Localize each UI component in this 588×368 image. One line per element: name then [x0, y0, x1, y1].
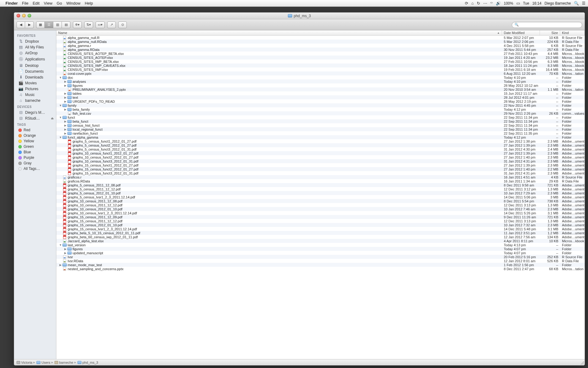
- sidebar-item[interactable]: Yellow: [14, 138, 56, 144]
- menu-file[interactable]: File: [22, 1, 28, 6]
- file-row[interactable]: CENSUS_SITES_IWP.xlsx19 Feb 2011 6:18 am…: [56, 67, 585, 71]
- disclosure-triangle-icon[interactable]: ▼: [59, 243, 62, 247]
- file-row[interactable]: graphs_5_census_2012_01_10.pdf10 Jan 201…: [56, 191, 585, 195]
- shield-icon[interactable]: ⌂: [471, 1, 474, 6]
- clock-time[interactable]: 16:14: [532, 1, 541, 6]
- sidebar-item[interactable]: ▤All My Files: [14, 44, 56, 50]
- disclosure-triangle-icon[interactable]: ▶: [59, 263, 62, 266]
- file-row[interactable]: graphs_5_census_lvsr1_2_3_2011.12.14.pdf…: [56, 195, 585, 199]
- disclosure-triangle-icon[interactable]: ▼: [59, 104, 62, 107]
- file-row[interactable]: ▼funct22 Sep 2011 11:34 pm--Folder: [56, 115, 585, 119]
- sidebar-item[interactable]: ♫Music: [14, 92, 56, 98]
- file-list-body[interactable]: alpha_gamma_null.R5 Mar 2012 2:07 pm10 K…: [56, 36, 585, 359]
- disclosure-triangle-icon[interactable]: ▶: [64, 92, 67, 95]
- disclosure-triangle-icon[interactable]: ▶: [64, 132, 67, 135]
- timemachine-icon[interactable]: ↻: [477, 1, 480, 6]
- file-row[interactable]: graphs_10_census_funct3_2012_01_31.pdf31…: [56, 159, 585, 163]
- file-row[interactable]: graphs_15_census_lvsr1_2_3_2011.12.14.pd…: [56, 227, 585, 231]
- sidebar-item[interactable]: ⊟Diego's M…: [14, 109, 56, 115]
- menu-edit[interactable]: Edit: [33, 1, 40, 6]
- menu-window[interactable]: Window: [66, 1, 80, 6]
- path-segment[interactable]: barneche: [55, 361, 73, 364]
- path-segment[interactable]: Users: [36, 361, 50, 364]
- wifi-icon[interactable]: ⌔: [490, 1, 493, 6]
- sidebar-item[interactable]: ⬇Downloads: [14, 74, 56, 80]
- window-titlebar[interactable]: phd_ms_3: [14, 13, 585, 19]
- dropbox-menu-button[interactable]: ⇅▾: [84, 21, 93, 28]
- sidebar-item[interactable]: Purple: [14, 155, 56, 160]
- sync-icon[interactable]: ⟳: [465, 1, 468, 6]
- disclosure-triangle-icon[interactable]: ▶: [64, 108, 67, 111]
- file-row[interactable]: graphs_15_census_funct2_2012_01_27.pdf27…: [56, 167, 585, 171]
- tags-button[interactable]: ⊙: [118, 21, 127, 28]
- file-row[interactable]: graphs_15_census_2011_12_12.pdf12 Dec 20…: [56, 219, 585, 223]
- sidebar-item[interactable]: Green: [14, 144, 56, 149]
- file-row[interactable]: CENSUS_SITES_IWP_BETA.xlsx27 Feb 2011 10…: [56, 59, 585, 63]
- file-row[interactable]: ▶analysesToday 4:10 pm--Folder: [56, 79, 585, 83]
- path-segment[interactable]: Victoria: [17, 361, 32, 364]
- file-row[interactable]: ▶local_regional_funct22 Sep 2011 11:34 p…: [56, 127, 585, 131]
- path-segment[interactable]: phd_ms_3: [77, 361, 98, 364]
- file-row[interactable]: ▶mean_mode_max_test1 Feb 2012 1:56 pm--F…: [56, 263, 585, 267]
- action-menu-button[interactable]: ✲▾: [73, 21, 82, 28]
- menu-help[interactable]: Help: [85, 1, 93, 6]
- disclosure-triangle-icon[interactable]: ▶: [64, 120, 67, 123]
- resize-handle[interactable]: [580, 361, 584, 365]
- file-row[interactable]: ▼funct_alpha_gammaToday 4:12 pm--Folder: [56, 135, 585, 139]
- sidebar-item[interactable]: ⒶApplications: [14, 56, 56, 63]
- view-columns-button[interactable]: ▥: [53, 21, 62, 28]
- disclosure-triangle-icon[interactable]: ▶: [64, 124, 67, 127]
- menu-go[interactable]: Go: [57, 1, 62, 6]
- arrange-menu-button[interactable]: ▭▾: [96, 21, 105, 28]
- bluetooth-icon[interactable]: ⋯: [483, 1, 487, 6]
- file-row[interactable]: ▶tables15 Jun 2012 11:17 am--Folder: [56, 91, 585, 95]
- sidebar-item[interactable]: 🎬Movies: [14, 80, 56, 86]
- sidebar-item[interactable]: Red: [14, 127, 56, 133]
- file-row[interactable]: graphs_15_census_2012_01_10.pdf10 Jan 20…: [56, 223, 585, 227]
- sidebar-item[interactable]: ⇅Dropbox: [14, 38, 56, 44]
- file-row[interactable]: nested_sampling_and_concerns.pptx8 Dec 2…: [56, 267, 585, 271]
- file-row[interactable]: CENSUS_SITES_AOTEP_BETA.xlsx27 Feb 2011 …: [56, 52, 585, 56]
- sidebar-item[interactable]: ⊟RStudi…⏏: [14, 115, 56, 121]
- volume-icon[interactable]: 🔊: [496, 1, 501, 6]
- file-row[interactable]: lvsr20 Feb 2012 5:16 pm252 KBR Source Fi…: [56, 255, 585, 259]
- file-row[interactable]: alpha_gamma_null.RData5 Mar 2012 2:06 pm…: [56, 40, 585, 44]
- file-row[interactable]: graficos.r16 Jan 2011 4:51 am4 KBR Sourc…: [56, 175, 585, 179]
- disclosure-triangle-icon[interactable]: ▶: [64, 247, 67, 251]
- sidebar-item[interactable]: Blue: [14, 149, 56, 155]
- app-menu[interactable]: Finder: [6, 1, 18, 6]
- file-row[interactable]: alpha_gamma.r4 Dec 2011 5:58 pm6 KBR Sou…: [56, 44, 585, 48]
- file-row[interactable]: lvsr.RData12 Jan 2012 8:01 am526 KBR Dat…: [56, 259, 585, 263]
- view-list-button[interactable]: ☰: [45, 21, 53, 28]
- column-size[interactable]: Size: [540, 30, 560, 35]
- file-row[interactable]: PRELIMINARY_ANALYSES_2.pptx20 Nov 2010 3…: [56, 87, 585, 91]
- file-row[interactable]: graphs_10_census_lvsr1_2_3_2011.12.14.pd…: [56, 211, 585, 215]
- file-row[interactable]: graphs_10_census_funct2_2012_01_27.pdf27…: [56, 155, 585, 159]
- sidebar-item[interactable]: 📄Documents: [14, 68, 56, 74]
- minimize-button[interactable]: [22, 14, 26, 17]
- spotlight-icon[interactable]: 🔍: [574, 1, 579, 6]
- disclosure-triangle-icon[interactable]: ▶: [64, 251, 67, 255]
- file-row[interactable]: graphs_10_census_2011_12_12.pdf12 Dec 20…: [56, 203, 585, 207]
- file-row[interactable]: ▼last_versionToday 4:13 pm--Folder: [56, 243, 585, 247]
- file-row[interactable]: graficos.RData16 Jan 2011 1:34 am29 KBR …: [56, 179, 585, 183]
- file-row[interactable]: ▶figures28 May 2012 10:12 am--Folder: [56, 83, 585, 87]
- sidebar-item[interactable]: ◎AirDrop: [14, 50, 56, 56]
- eject-icon[interactable]: ⏏: [51, 117, 54, 120]
- file-row[interactable]: coral-cover.pptx6 Aug 2011 12:20 am70 KB…: [56, 71, 585, 75]
- file-row[interactable]: graphs_beta_5_10_15_census_2012_01_11.pd…: [56, 231, 585, 235]
- disclosure-triangle-icon[interactable]: ▶: [64, 100, 67, 103]
- file-row[interactable]: graphs_5_census_funct1_2012_01_27.pdf27 …: [56, 139, 585, 143]
- notification-center-icon[interactable]: ☰: [582, 1, 586, 6]
- file-row[interactable]: ▶beta_funct22 Sep 2011 11:34 pm--Folder: [56, 119, 585, 123]
- disclosure-triangle-icon[interactable]: ▶: [64, 128, 67, 131]
- file-row[interactable]: graphs_beta_60_census_iwp_2012_01_11.pdf…: [56, 235, 585, 239]
- file-row[interactable]: ▶beta_familyToday 4:12 pm--Folder: [56, 107, 585, 111]
- forward-button[interactable]: ▶: [25, 21, 34, 28]
- column-date[interactable]: Date Modified: [502, 30, 540, 35]
- file-row[interactable]: alpha_gamma.RData30 Nov 2011 5:44 pm257 …: [56, 48, 585, 52]
- file-row[interactable]: ▶rarefaction_funct22 Sep 2011 11:35 pm--…: [56, 131, 585, 135]
- file-row[interactable]: CENSUS_SITES_IWP_CAVEATS.xlsx18 Jan 2011…: [56, 63, 585, 67]
- file-row[interactable]: graphs_10_census_2011_12_08.pdf8 Dec 201…: [56, 199, 585, 203]
- disclosure-triangle-icon[interactable]: ▶: [64, 80, 67, 83]
